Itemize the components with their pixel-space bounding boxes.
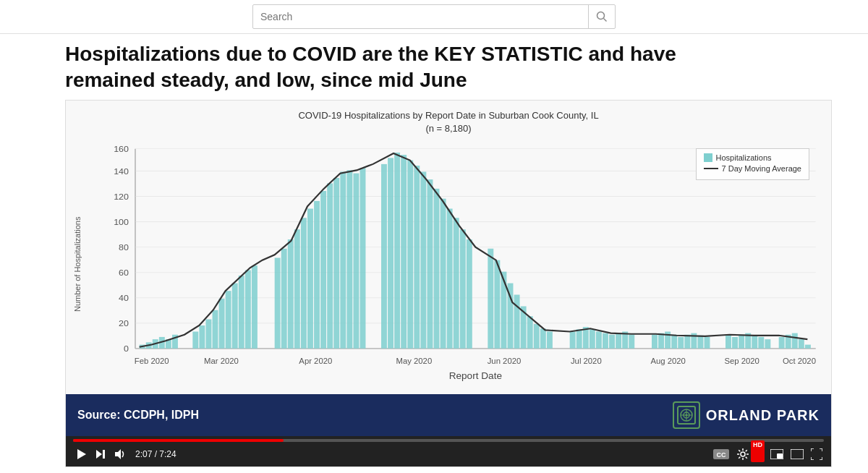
logo-text: ORLAND PARK: [706, 407, 820, 424]
svg-rect-131: [777, 453, 783, 459]
video-container: COVID-19 Hospitalizations by Report Date…: [65, 100, 832, 467]
svg-text:0: 0: [124, 344, 129, 354]
theater-icon: [791, 449, 804, 459]
svg-text:May 2020: May 2020: [396, 357, 432, 366]
chart-inner: Hospitalizations 7 Day Moving Average: [86, 141, 824, 387]
next-button[interactable]: [93, 447, 108, 461]
search-wrapper: [252, 4, 616, 29]
chart-legend: Hospitalizations 7 Day Moving Average: [696, 148, 809, 180]
settings-icon: [736, 448, 749, 461]
svg-rect-110: [758, 337, 764, 349]
svg-rect-111: [765, 339, 770, 349]
svg-point-129: [741, 452, 745, 456]
svg-rect-125: [103, 450, 105, 459]
svg-rect-72: [447, 209, 453, 349]
svg-rect-50: [288, 239, 294, 349]
svg-rect-38: [192, 332, 198, 349]
svg-rect-82: [527, 316, 533, 349]
svg-text:140: 140: [114, 166, 129, 176]
source-bar: Source: CCDPH, IDPH ORLAND PARK: [66, 394, 831, 436]
legend-line-icon: [704, 168, 718, 169]
svg-rect-75: [467, 239, 472, 349]
settings-button[interactable]: [735, 446, 751, 462]
svg-rect-41: [213, 310, 218, 349]
svg-rect-44: [232, 284, 238, 349]
svg-rect-57: [333, 178, 339, 349]
svg-text:100: 100: [114, 217, 129, 227]
legend-item-bar: Hospitalizations: [704, 153, 801, 162]
svg-rect-106: [732, 337, 738, 349]
svg-rect-66: [407, 161, 413, 349]
chart-body: Number of Hospitalizations Hospitalizati…: [73, 141, 824, 387]
progress-fill: [73, 439, 284, 442]
miniplayer-button[interactable]: [769, 448, 785, 461]
svg-rect-40: [205, 320, 211, 349]
fullscreen-button[interactable]: [809, 447, 824, 461]
svg-rect-107: [739, 335, 744, 349]
volume-button[interactable]: [112, 446, 128, 462]
time-display: 2:07 / 7:24: [135, 449, 176, 459]
theater-button[interactable]: [789, 448, 805, 461]
chart-title: COVID-19 Hospitalizations by Report Date…: [73, 109, 824, 135]
svg-text:Aug 2020: Aug 2020: [650, 357, 685, 366]
svg-text:Oct 2020: Oct 2020: [783, 357, 816, 366]
svg-rect-114: [792, 333, 798, 349]
svg-rect-42: [219, 299, 225, 349]
svg-text:80: 80: [119, 242, 129, 252]
svg-text:Jul 2020: Jul 2020: [571, 357, 602, 366]
next-icon: [95, 448, 106, 460]
cc-button[interactable]: CC: [712, 448, 731, 461]
svg-rect-73: [454, 218, 459, 349]
svg-rect-49: [281, 249, 287, 349]
svg-rect-71: [441, 199, 446, 349]
svg-rect-67: [414, 166, 420, 349]
svg-rect-58: [340, 172, 346, 349]
svg-text:Feb 2020: Feb 2020: [135, 357, 169, 366]
svg-rect-97: [658, 333, 664, 349]
search-icon: [596, 11, 608, 22]
svg-rect-56: [327, 184, 333, 349]
svg-text:Apr 2020: Apr 2020: [299, 357, 332, 366]
svg-rect-86: [570, 332, 576, 349]
svg-rect-45: [239, 276, 244, 349]
volume-icon: [114, 448, 127, 461]
svg-rect-69: [427, 179, 433, 349]
progress-bar[interactable]: [73, 439, 824, 442]
miniplayer-icon: [770, 449, 783, 459]
play-icon: [75, 448, 88, 461]
svg-rect-87: [576, 329, 582, 349]
play-button[interactable]: [73, 446, 89, 462]
legend-item-line: 7 Day Moving Average: [704, 164, 801, 173]
svg-rect-68: [420, 172, 426, 349]
svg-text:60: 60: [119, 268, 129, 278]
search-input[interactable]: [253, 11, 588, 22]
svg-text:Mar 2020: Mar 2020: [204, 357, 239, 366]
svg-rect-51: [294, 229, 300, 349]
svg-rect-70: [434, 189, 440, 349]
svg-rect-77: [494, 260, 500, 349]
svg-rect-64: [394, 153, 400, 349]
svg-rect-52: [301, 218, 307, 349]
svg-rect-93: [616, 333, 621, 349]
svg-point-0: [597, 12, 605, 20]
svg-rect-43: [226, 291, 231, 349]
svg-rect-101: [684, 335, 690, 349]
svg-rect-53: [307, 209, 313, 349]
svg-rect-115: [799, 339, 804, 349]
controls-row: 2:07 / 7:24 CC: [73, 446, 824, 462]
svg-text:Sep 2020: Sep 2020: [724, 357, 759, 366]
cc-icon: CC: [713, 449, 729, 459]
svg-rect-132: [791, 449, 804, 459]
svg-rect-90: [596, 332, 602, 349]
video-controls: 2:07 / 7:24 CC: [66, 436, 831, 466]
svg-rect-76: [488, 249, 493, 349]
svg-rect-95: [629, 335, 634, 349]
top-search-bar: [0, 0, 868, 34]
svg-rect-74: [460, 229, 466, 349]
svg-text:Jun 2020: Jun 2020: [488, 357, 522, 366]
legend-bar-icon: [704, 153, 712, 162]
svg-rect-54: [314, 201, 320, 349]
search-button[interactable]: [588, 5, 615, 28]
svg-rect-47: [252, 265, 258, 349]
fullscreen-icon: [811, 448, 822, 460]
